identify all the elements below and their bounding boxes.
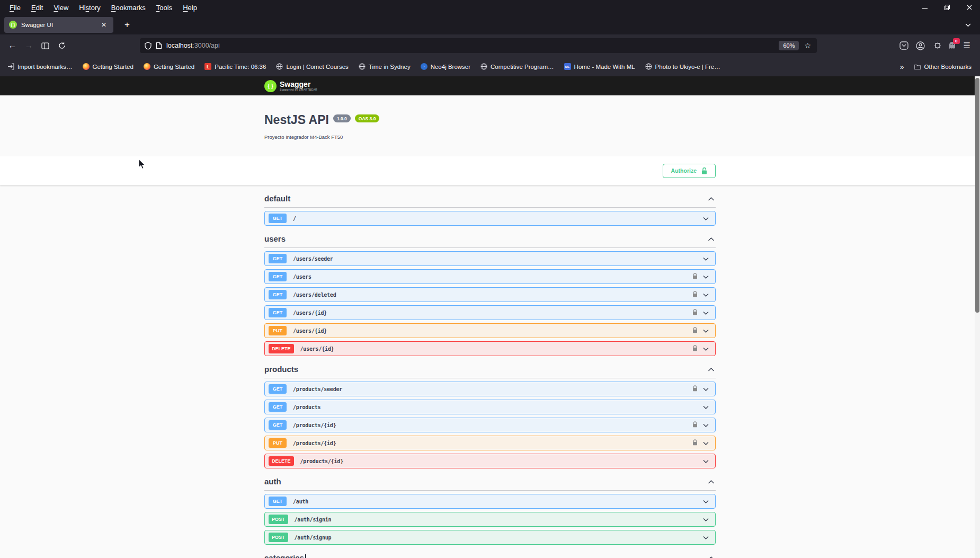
lock-icon[interactable] [692, 438, 698, 448]
lock-icon[interactable] [692, 384, 698, 394]
forward-button[interactable]: → [21, 38, 37, 54]
back-button[interactable]: ← [4, 38, 21, 54]
expand-chevron-down-icon[interactable] [703, 308, 709, 317]
section-header-categories[interactable]: categories [264, 552, 716, 558]
bookmark-item-0[interactable]: Import bookmarks… [7, 63, 73, 70]
section-header-auth[interactable]: auth [264, 475, 716, 491]
menu-tools[interactable]: Tools [151, 2, 177, 14]
page-info-icon[interactable] [156, 42, 162, 49]
endpoint-put-/products/{id}[interactable]: PUT/products/{id} [264, 436, 716, 450]
pocket-button[interactable] [899, 41, 908, 50]
menu-bookmarks[interactable]: Bookmarks [106, 2, 151, 14]
expand-chevron-down-icon[interactable] [703, 384, 709, 394]
section-header-default[interactable]: default [264, 192, 716, 208]
lock-icon[interactable] [692, 344, 698, 353]
bookmark-item-7[interactable]: Competitive Program… [480, 63, 554, 70]
lock-icon[interactable] [692, 308, 698, 317]
bookmark-item-8[interactable]: MLHome - Made With ML [564, 63, 635, 70]
firefox-icon [83, 63, 90, 70]
collapse-chevron-up-icon[interactable] [708, 194, 715, 203]
list-all-tabs-button[interactable] [965, 20, 972, 30]
menu-edit[interactable]: Edit [26, 2, 48, 14]
bookmarks-overflow-button[interactable]: » [900, 63, 904, 71]
endpoint-get-/users/{id}[interactable]: GET/users/{id} [264, 305, 716, 320]
expand-chevron-down-icon[interactable] [703, 456, 709, 466]
menu-bar: FileEditViewHistoryBookmarksToolsHelp [0, 0, 980, 15]
endpoint-post-/auth/signup[interactable]: POST/auth/signup [264, 530, 716, 545]
endpoint-delete-/users/{id}[interactable]: DELETE/users/{id} [264, 341, 716, 356]
section-header-products[interactable]: products [264, 363, 716, 378]
sidebar-button[interactable] [37, 38, 54, 54]
api-section-users: usersGET/users/seederGET/usersGET/users/… [264, 233, 716, 356]
menu-file[interactable]: File [4, 2, 26, 14]
scrollbar-thumb[interactable] [975, 78, 979, 313]
authorize-button[interactable]: Authorize [663, 164, 716, 178]
toolbar-buttons: 0 ☰ [899, 41, 976, 50]
account-button[interactable] [916, 41, 925, 50]
reload-button[interactable] [54, 38, 70, 54]
expand-chevron-down-icon[interactable] [703, 515, 709, 524]
ghostery-button[interactable]: 0 [948, 41, 956, 50]
section-header-users[interactable]: users [264, 233, 716, 248]
expand-chevron-down-icon[interactable] [703, 272, 709, 281]
lock-icon[interactable] [692, 326, 698, 335]
other-bookmarks-button[interactable]: Other Bookmarks [914, 64, 972, 70]
url-bar[interactable]: localhost:3000/api 60% ☆ [140, 38, 817, 53]
endpoint-get-/products[interactable]: GET/products [264, 400, 716, 414]
expand-chevron-down-icon[interactable] [703, 214, 709, 223]
new-tab-button[interactable]: + [120, 20, 135, 30]
expand-chevron-down-icon[interactable] [703, 497, 709, 506]
close-tab-button[interactable]: ✕ [99, 21, 109, 29]
collapse-chevron-up-icon[interactable] [708, 365, 715, 374]
minimize-button[interactable] [922, 4, 928, 11]
endpoint-get-/users/seeder[interactable]: GET/users/seeder [264, 251, 716, 266]
bookmarks-right-group: » Other Bookmarks [900, 63, 972, 71]
expand-chevron-down-icon[interactable] [703, 420, 709, 430]
endpoint-get-/users/deleted[interactable]: GET/users/deleted [264, 287, 716, 302]
expand-chevron-down-icon[interactable] [703, 533, 709, 542]
expand-chevron-down-icon[interactable] [703, 290, 709, 299]
collapse-chevron-up-icon[interactable] [708, 553, 715, 558]
lock-icon[interactable] [692, 272, 698, 281]
shield-icon[interactable] [145, 42, 152, 50]
endpoint-get-/products/seeder[interactable]: GET/products/seeder [264, 382, 716, 396]
restore-button[interactable] [944, 4, 950, 11]
endpoint-delete-/products/{id}[interactable]: DELETE/products/{id} [264, 454, 716, 468]
zoom-level-indicator[interactable]: 60% [779, 41, 799, 50]
endpoint-get-/users[interactable]: GET/users [264, 269, 716, 284]
close-window-button[interactable] [966, 4, 973, 11]
bookmark-item-4[interactable]: Login | Comet Courses [276, 63, 348, 70]
menu-button[interactable]: ☰ [964, 41, 970, 50]
expand-chevron-down-icon[interactable] [703, 254, 709, 263]
endpoint-post-/auth/signin[interactable]: POST/auth/signin [264, 512, 716, 527]
expand-chevron-down-icon[interactable] [703, 402, 709, 412]
menu-view[interactable]: View [48, 2, 74, 14]
endpoint-put-/users/{id}[interactable]: PUT/users/{id} [264, 323, 716, 338]
expand-chevron-down-icon[interactable] [703, 326, 709, 335]
method-badge: POST [269, 515, 288, 524]
tab-swagger-ui[interactable]: { } Swagger UI ✕ [4, 17, 113, 33]
swagger-logo[interactable]: { } Swagger Supported by SMARTBEAR [264, 80, 716, 92]
expand-chevron-down-icon[interactable] [703, 438, 709, 448]
bookmark-item-9[interactable]: Photo to Ukiyo-e | Fre… [645, 63, 720, 70]
bookmark-label: Getting Started [154, 64, 194, 70]
expand-chevron-down-icon[interactable] [703, 344, 709, 353]
lock-icon[interactable] [692, 420, 698, 430]
lock-icon[interactable] [692, 290, 698, 299]
bookmark-item-3[interactable]: LPacific Time: 06:36 [204, 63, 266, 70]
bookmark-item-2[interactable]: Getting Started [144, 63, 194, 70]
collapse-chevron-up-icon[interactable] [708, 234, 715, 244]
endpoint-get-/[interactable]: GET/ [264, 211, 716, 226]
bookmark-item-5[interactable]: Time in Sydney [359, 63, 411, 70]
page-scrollbar[interactable] [975, 76, 980, 558]
menu-history[interactable]: History [74, 2, 105, 14]
bookmark-star-icon[interactable]: ☆ [803, 41, 812, 50]
menu-help[interactable]: Help [177, 2, 202, 14]
extensions-button[interactable] [932, 41, 941, 50]
endpoint-get-/products/{id}[interactable]: GET/products/{id} [264, 418, 716, 432]
bookmark-item-6[interactable]: ›Neo4j Browser [421, 63, 470, 70]
collapse-chevron-up-icon[interactable] [708, 477, 715, 486]
bookmark-item-1[interactable]: Getting Started [83, 63, 133, 70]
endpoint-get-/auth[interactable]: GET/auth [264, 494, 716, 509]
url-text[interactable]: localhost:3000/api [166, 42, 774, 49]
